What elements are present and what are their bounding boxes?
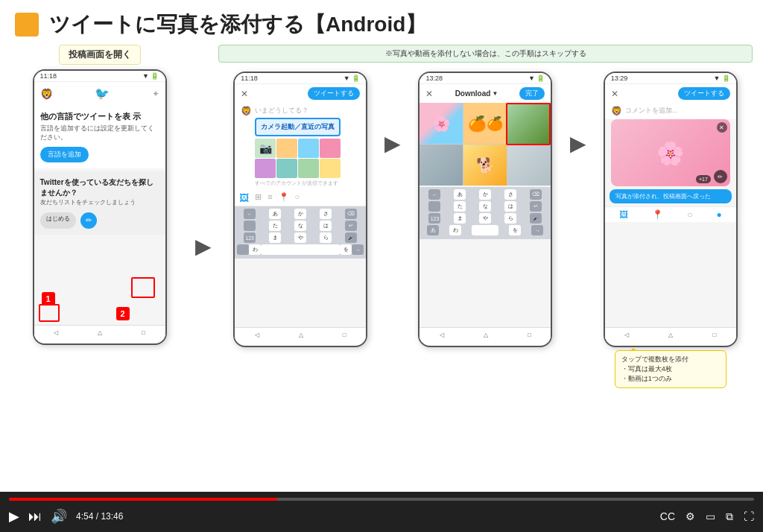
phones-row: 11:18 ▼ 🔋 ✕ ツイートする 🦁 [218, 72, 753, 388]
step4-note: タップで複数枚を添付 ・写真は最大4枚 ・動画は1つのみ [615, 350, 726, 388]
phone2-android-nav: ◁ △ □ [235, 327, 366, 342]
steps-234: ※写真や動画を添付しない場合は、この手順はスキップする 11:18 ▼ 🔋 ✕ [218, 45, 753, 388]
phone3-android-nav: ◁ △ □ [420, 327, 551, 342]
arrow3: ▶ [568, 72, 589, 156]
miniplayer-button[interactable]: ⧉ [726, 510, 733, 523]
phone4: 13:29 ▼ 🔋 ✕ ツイートする 🦁 コメントを追加 [604, 72, 738, 347]
step4-container: 13:29 ▼ 🔋 ✕ ツイートする 🦁 コメントを追加 [589, 72, 753, 388]
controls-row: ▶ ⏭ 🔊 4:54 / 13:46 CC ⚙ ▭ ⧉ ⛶ [9, 504, 754, 532]
title-icon [15, 13, 39, 37]
phone3-header: ✕ Download ▼ 完了 [420, 84, 551, 103]
phone4-tweet-btn[interactable]: ツイートする [678, 87, 730, 100]
play-button[interactable]: ▶ [9, 508, 19, 525]
settings-button[interactable]: ⚙ [686, 510, 695, 522]
arrow1: ▶ [193, 45, 214, 388]
phone2: 11:18 ▼ 🔋 ✕ ツイートする 🦁 [233, 72, 367, 347]
time-display: 4:54 / 13:46 [76, 511, 123, 522]
phone2-tweet-btn[interactable]: ツイートする [308, 87, 360, 100]
phone4-screen: ✕ ツイートする 🦁 コメントを追加... ✕ [605, 84, 736, 342]
volume-button[interactable]: 🔊 [51, 508, 67, 525]
main-content: 投稿画面を開く 11:18 ▼ 🔋 🦁 🐦 ✦ 他の言語でツイートを表 示 言語… [0, 45, 763, 388]
phone1-buttons: はじめる ✏ [40, 212, 159, 229]
phone3-red-selection [506, 103, 551, 145]
phone1-android-nav: ◁ △ □ [34, 325, 165, 340]
note-row: ※写真や動画を添付しない場合は、この手順はスキップする [218, 45, 753, 67]
phone4-image-preview: ✕ ✏ +17 [611, 119, 730, 186]
phone2-keyboard: ← あ か さ ⌫ た な は [235, 206, 366, 259]
photo-person[interactable] [507, 145, 551, 186]
photo-orange[interactable]: 🍊 [463, 103, 507, 144]
controls-right: CC ⚙ ▭ ⧉ ⛶ [660, 510, 754, 523]
phone1-main-text: 他の言語でツイートを表 示 [40, 111, 159, 121]
badge2: 2 [116, 307, 130, 320]
phone3-keyboard: ← あ か さ ⌫ た な は [420, 187, 551, 239]
phone2-placeholder: いまどうしてる？ [255, 106, 341, 115]
video-content: ツイートに写真を添付する【Android】 投稿画面を開く 11:18 ▼ 🔋 … [0, 0, 763, 492]
phone1-main: 他の言語でツイートを表 示 言語を追加するには設定を更新してください。 言語を追… [34, 105, 165, 168]
red-box-pencil [131, 277, 155, 298]
phone4-remove-image-btn[interactable]: ✕ [717, 122, 727, 133]
badge1: 1 [42, 292, 55, 305]
phone1-sub-text: 言語を追加するには設定を更新してください。 [40, 124, 159, 142]
photo-room[interactable] [420, 145, 463, 186]
phone3-screen: ✕ Download ▼ 完了 🍊 [420, 84, 551, 342]
step2-container: 11:18 ▼ 🔋 ✕ ツイートする 🦁 [218, 72, 382, 347]
arrow2: ▶ [382, 72, 403, 156]
phone1-add-lang-btn[interactable]: 言語を追加 [40, 147, 89, 162]
photo-dog[interactable]: 🐕 [463, 145, 507, 186]
phone2-compose: 🦁 いまどうしてる？ カメラ起動／直近の写真 📷 [235, 103, 366, 190]
phone2-highlight: カメラ起動／直近の写真 [261, 122, 335, 132]
progress-bar-container[interactable] [9, 498, 754, 501]
phone3-photo-container: 🍊 🐕 [420, 103, 551, 186]
title-bar: ツイートに写真を添付する【Android】 [0, 0, 763, 45]
step1-column: 投稿画面を開く 11:18 ▼ 🔋 🦁 🐦 ✦ 他の言語でツイートを表 示 言語… [10, 45, 189, 388]
phone3-done-btn[interactable]: 完了 [519, 87, 545, 100]
step3-container: 13:28 ▼ 🔋 ✕ Download ▼ 完了 [403, 72, 567, 347]
page-title: ツイートに写真を添付する【Android】 [49, 10, 426, 39]
photo-cherry[interactable] [420, 103, 463, 144]
phone4-header: ✕ ツイートする [605, 84, 736, 103]
phone2-toolbar: 🖼 ⊞ ≡ 📍 ○ [235, 190, 366, 206]
phone3: 13:28 ▼ 🔋 ✕ Download ▼ 完了 [418, 72, 552, 347]
phone4-compose: 🦁 コメントを追加... [605, 103, 736, 119]
note: ※写真や動画を添付しない場合は、この手順はスキップする [218, 45, 753, 63]
controls-left: ▶ ⏭ 🔊 4:54 / 13:46 [9, 508, 123, 525]
phone1-start-btn[interactable]: はじめる [40, 212, 76, 229]
progress-fill [9, 498, 277, 501]
theater-button[interactable]: ▭ [706, 510, 715, 522]
red-box-home [39, 304, 60, 322]
phone4-caption: 写真が添付され、投稿画面へ戻った [610, 189, 732, 203]
video-controls: ▶ ⏭ 🔊 4:54 / 13:46 CC ⚙ ▭ ⧉ ⛶ [0, 492, 763, 532]
step1-label: 投稿画面を開く [59, 45, 141, 65]
phone3-download-label: Download ▼ [455, 89, 498, 98]
phone2-header: ✕ ツイートする [235, 84, 366, 103]
phone1-pencil-btn[interactable]: ✏ [80, 212, 97, 229]
phone1-header: 🦁 🐦 ✦ [34, 82, 165, 105]
phone2-screen: ✕ ツイートする 🦁 いまどうしてる？ カメラ起動／直近の写真 [235, 84, 366, 342]
phone1-status: 11:18 ▼ 🔋 [34, 71, 165, 82]
captions-button[interactable]: CC [660, 510, 675, 522]
phone1-bottom: Twitterを使っている友だちを探しませんか？ 友だちリストをチェックしましょ… [34, 171, 165, 235]
fullscreen-button[interactable]: ⛶ [744, 510, 754, 522]
phone1: 11:18 ▼ 🔋 🦁 🐦 ✦ 他の言語でツイートを表 示 言語を追加するには設… [33, 69, 167, 345]
phone4-android-nav: ◁ △ □ [605, 327, 736, 342]
next-button[interactable]: ⏭ [28, 509, 42, 525]
phone1-screen: 🦁 🐦 ✦ 他の言語でツイートを表 示 言語を追加するには設定を更新してください… [34, 82, 165, 340]
